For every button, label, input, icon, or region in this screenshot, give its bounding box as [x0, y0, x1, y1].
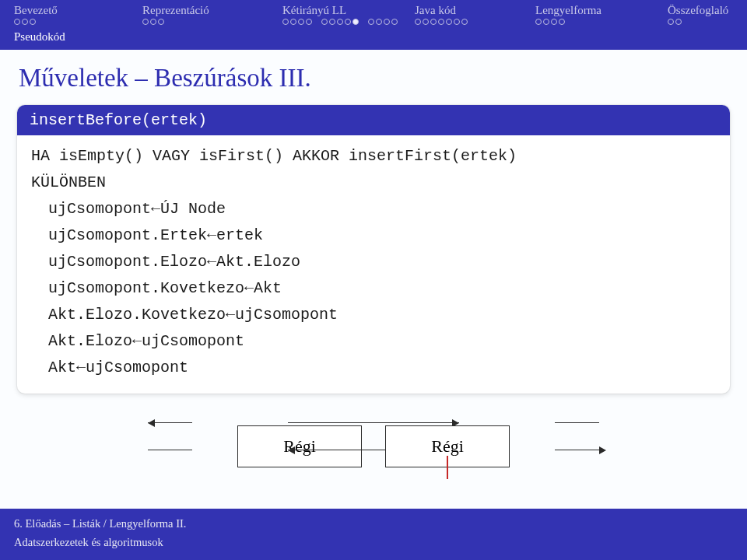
nav-sec-osszefoglalo[interactable]: Összefoglaló	[668, 4, 733, 28]
slide-footer: 6. Előadás – Listák / Lengyelforma II. A…	[0, 509, 747, 560]
list-node-old-1: Régi	[237, 425, 362, 467]
arrow-tail	[148, 422, 192, 423]
nav-sec-ketiranyu[interactable]: Kétirányú LL	[282, 4, 415, 28]
nav-label: Lengyelforma	[535, 4, 601, 17]
nav-subsection: Pseudokód	[0, 28, 747, 50]
nav-progress-dots	[282, 19, 398, 28]
pseudocode-block: insertBefore(ertek) HA isEmpty() VAGY is…	[17, 105, 730, 394]
arrow-next	[288, 422, 459, 423]
nav-label: Java kód	[415, 4, 456, 17]
code-line: KÜLÖNBEN	[31, 170, 716, 196]
code-line: ujCsomopont.Ertek←ertek	[31, 222, 716, 249]
nav-label: Bevezető	[14, 4, 58, 17]
nav-sec-javakod[interactable]: Java kód	[415, 4, 535, 28]
footer-line-2: Adatszerkezetek és algoritmusok	[14, 534, 733, 552]
top-nav: Bevezető Reprezentáció Kétirányú LL Java…	[0, 0, 747, 50]
arrow-tail	[148, 450, 192, 450]
nav-progress-dots	[668, 19, 682, 28]
code-line: ujCsomopont.Kovetkezo←Akt	[31, 275, 716, 302]
code-line: HA isEmpty() VAGY isFirst() AKKOR insert…	[31, 143, 716, 170]
arrow-tail	[555, 422, 599, 423]
code-line: Akt.Elozo.Kovetkezo←ujCsomopont	[31, 302, 716, 328]
nav-progress-dots	[14, 19, 36, 28]
linked-list-diagram: Régi Régi	[0, 415, 747, 478]
nav-label: Kétirányú LL	[282, 4, 346, 17]
code-line: Akt←ujCsomopont	[31, 355, 716, 381]
nav-sections: Bevezető Reprezentáció Kétirányú LL Java…	[0, 0, 747, 28]
insertion-marker	[447, 456, 448, 479]
nav-sec-reprezentacio[interactable]: Reprezentáció	[142, 4, 282, 28]
nav-sec-bevezeto[interactable]: Bevezető	[14, 4, 142, 28]
slide-title: Műveletek – Beszúrások III.	[0, 50, 747, 100]
code-line: ujCsomopont←ÚJ Node	[31, 196, 716, 222]
footer-line-1: 6. Előadás – Listák / Lengyelforma II.	[14, 515, 733, 534]
nav-label: Reprezentáció	[142, 4, 209, 17]
block-header: insertBefore(ertek)	[17, 105, 730, 135]
nav-label: Összefoglaló	[668, 4, 728, 17]
code-line: ujCsomopont.Elozo←Akt.Elozo	[31, 249, 716, 275]
nav-progress-dots	[535, 19, 565, 28]
nav-progress-dots	[142, 19, 164, 28]
code-line: Akt.Elozo←ujCsomopont	[31, 328, 716, 355]
nav-sec-lengyelforma[interactable]: Lengyelforma	[535, 4, 668, 28]
nav-progress-dots	[415, 19, 468, 28]
block-body: HA isEmpty() VAGY isFirst() AKKOR insert…	[17, 135, 730, 394]
arrow-tail	[555, 450, 599, 450]
